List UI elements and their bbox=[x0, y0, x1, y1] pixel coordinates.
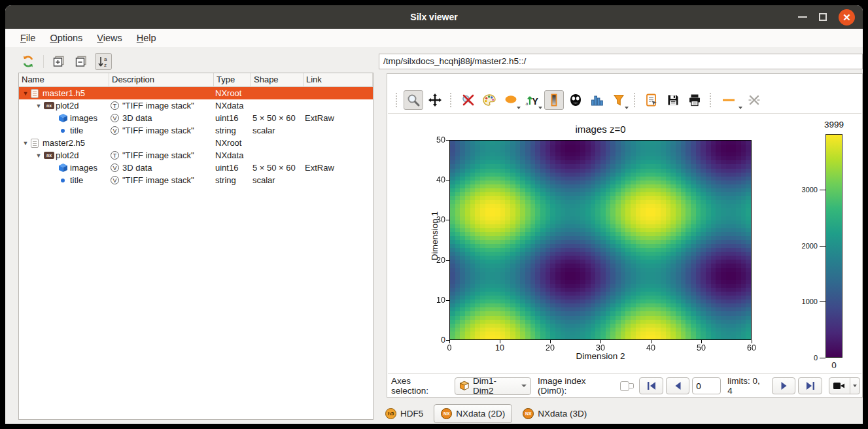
toolbar-divider bbox=[388, 113, 861, 114]
toolbar-separator bbox=[634, 93, 636, 107]
tree-item-type: string bbox=[214, 126, 251, 135]
file-icon bbox=[31, 139, 43, 148]
axes-selection-combo[interactable]: Dim1-Dim2 bbox=[455, 377, 531, 395]
filter-button[interactable] bbox=[609, 90, 629, 110]
colorbar-button[interactable] bbox=[544, 90, 564, 110]
y-axis-icon: a Y bbox=[525, 93, 540, 107]
tree-item-shape: 5 × 50 × 60 bbox=[251, 163, 304, 173]
toolbar-handle bbox=[396, 93, 398, 107]
movie-dropdown[interactable] bbox=[850, 378, 859, 394]
copy-snapshot-button[interactable] bbox=[642, 90, 661, 110]
table-row[interactable]: title V"TIFF image stack" string scalar bbox=[19, 124, 373, 137]
column-header-type[interactable]: Type bbox=[214, 73, 251, 86]
tab-nxdata-2d[interactable]: NX NXdata (2D) bbox=[434, 404, 512, 423]
table-row[interactable]: ▼ nx plot2d T"TIFF image stack" NXdata bbox=[19, 99, 373, 112]
circled-v-icon: V bbox=[111, 176, 119, 184]
print-button[interactable] bbox=[685, 90, 704, 110]
pan-mode-button[interactable] bbox=[425, 90, 445, 110]
y-axis-orientation-button[interactable]: a Y bbox=[523, 90, 542, 110]
refresh-icon bbox=[22, 55, 35, 68]
column-header-shape[interactable]: Shape bbox=[251, 73, 304, 86]
colorbar-min-label: 0 bbox=[812, 360, 856, 370]
expander-icon[interactable]: ▼ bbox=[20, 140, 31, 146]
colorbar-tick-label: 2000 bbox=[791, 242, 818, 250]
last-frame-icon bbox=[805, 381, 816, 391]
title-bar[interactable]: Silx viewer ✕ bbox=[5, 5, 863, 29]
x-tick-mark bbox=[449, 340, 450, 343]
circled-v-icon: V bbox=[111, 126, 119, 135]
tab-nxdata-3d[interactable]: NX NXdata (3D) bbox=[516, 405, 593, 422]
table-row[interactable]: ▼ master2.h5 NXroot bbox=[19, 137, 373, 149]
aspect-ratio-button[interactable] bbox=[501, 90, 521, 110]
file-path-text: /tmp/silxdocs_hcqhj88j/master2.h5::/ bbox=[383, 56, 526, 66]
colorbar[interactable] bbox=[825, 134, 842, 358]
axes-controls: Axes selection: Dim1-Dim2 Image index (D… bbox=[391, 375, 860, 396]
tree-header: Name Description Type Shape Link bbox=[19, 73, 373, 87]
table-row[interactable]: title V"TIFF image stack" string scalar bbox=[19, 174, 373, 186]
colormap-button[interactable] bbox=[479, 90, 499, 110]
menu-views[interactable]: Views bbox=[91, 31, 128, 45]
x-tick-label: 10 bbox=[487, 343, 513, 352]
heatmap-image[interactable] bbox=[449, 140, 752, 340]
nx-icon: NX bbox=[441, 408, 452, 419]
frame-index-input[interactable] bbox=[692, 377, 721, 394]
reset-zoom-button[interactable] bbox=[458, 90, 477, 110]
table-row[interactable]: ▼ nx plot2d T"TIFF image stack" NXdata bbox=[19, 149, 373, 162]
y-tick-mark bbox=[446, 260, 449, 261]
colorbar-tick-label: 1000 bbox=[791, 298, 818, 305]
histogram-icon bbox=[590, 93, 604, 107]
expander-icon[interactable]: ▼ bbox=[20, 90, 31, 97]
tree-item-name: plot2d bbox=[56, 101, 78, 111]
close-button[interactable]: ✕ bbox=[839, 9, 855, 26]
clear-profile-button[interactable] bbox=[744, 90, 764, 110]
image-index-label: Image index (Dim0): bbox=[538, 376, 616, 396]
first-frame-button[interactable] bbox=[639, 377, 663, 394]
movie-button[interactable] bbox=[829, 377, 860, 394]
chevron-down-icon bbox=[853, 385, 857, 387]
browse-checkbox[interactable] bbox=[620, 381, 630, 391]
table-row[interactable]: images V3D data uint16 5 × 50 × 60 ExtRa… bbox=[19, 162, 373, 174]
profile-button[interactable] bbox=[718, 90, 742, 110]
x-tick-mark bbox=[701, 340, 702, 343]
maximize-button[interactable] bbox=[819, 13, 827, 21]
save-button[interactable] bbox=[663, 90, 683, 110]
histogram-button[interactable] bbox=[587, 90, 607, 110]
mask-button[interactable] bbox=[566, 90, 585, 110]
refresh-button[interactable] bbox=[20, 53, 37, 70]
expander-icon[interactable]: ▼ bbox=[33, 103, 44, 109]
tab-hdf5[interactable]: h5 HDF5 bbox=[379, 405, 430, 422]
filter-icon bbox=[612, 93, 626, 107]
x-tick-mark bbox=[600, 340, 601, 343]
dropdown-caret bbox=[517, 107, 521, 109]
tree-item-type: NXroot bbox=[214, 88, 251, 98]
menu-options[interactable]: Options bbox=[44, 31, 88, 45]
profile-line-icon bbox=[721, 93, 738, 107]
plot-toolbar: a Y bbox=[392, 88, 764, 112]
axes-selection-label: Axes selection: bbox=[391, 376, 449, 396]
x-tick-mark bbox=[500, 340, 500, 343]
column-header-description[interactable]: Description bbox=[109, 73, 214, 86]
pan-icon bbox=[428, 93, 442, 107]
table-row[interactable]: images V3D data uint16 5 × 50 × 60 ExtRa… bbox=[19, 112, 373, 124]
tree-item-description: 3D data bbox=[122, 163, 152, 173]
sort-button[interactable]: a z bbox=[95, 53, 112, 70]
expander-icon[interactable]: ▼ bbox=[33, 152, 44, 159]
previous-frame-button[interactable] bbox=[666, 377, 689, 394]
svg-text:Y: Y bbox=[532, 96, 539, 107]
collapse-all-button[interactable] bbox=[73, 53, 90, 70]
expand-all-button[interactable] bbox=[50, 53, 67, 70]
colorbar-icon bbox=[547, 93, 561, 107]
column-header-name[interactable]: Name bbox=[19, 73, 109, 86]
y-tick-mark bbox=[446, 300, 449, 301]
menu-file[interactable]: File bbox=[14, 31, 41, 45]
last-frame-button[interactable] bbox=[798, 377, 822, 394]
column-header-link[interactable]: Link bbox=[304, 73, 373, 86]
x-tick-label: 20 bbox=[537, 343, 563, 352]
y-tick-label: 40 bbox=[426, 175, 445, 184]
table-row[interactable]: ▼ master1.h5 NXroot bbox=[19, 87, 373, 99]
menu-help[interactable]: Help bbox=[131, 31, 162, 45]
next-frame-button[interactable] bbox=[772, 377, 795, 394]
minimize-button[interactable] bbox=[798, 16, 807, 18]
x-tick-label: 0 bbox=[436, 343, 462, 352]
zoom-mode-button[interactable] bbox=[404, 90, 423, 110]
